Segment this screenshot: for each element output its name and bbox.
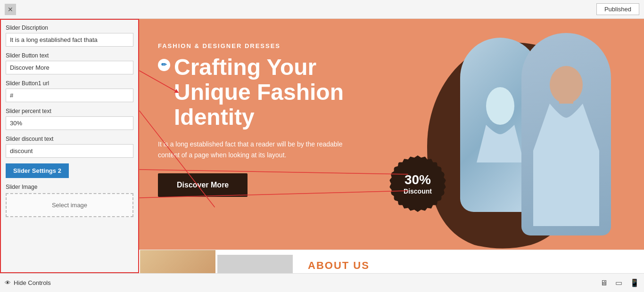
svg-point-0 xyxy=(486,87,514,125)
hero-section: FASHION & DESIGNER DRESSES ✏ Crafting Yo… xyxy=(139,19,644,250)
about-section: ABOUT US xyxy=(294,250,644,273)
discount-text: Discount xyxy=(404,187,432,195)
slider-discount-label: Slider discount text xyxy=(6,136,133,142)
about-title: ABOUT US xyxy=(308,260,630,272)
slider-percent-group: Slider percent text xyxy=(6,108,133,130)
bottom-bar: 👁 Hide Controls 🖥 ▭ 📱 xyxy=(0,273,644,292)
slider-percent-label: Slider percent text xyxy=(6,108,133,114)
eye-icon: 👁 xyxy=(5,279,11,286)
slider-button-url-label: Slider Button1 url xyxy=(6,80,133,87)
published-button[interactable]: Published xyxy=(596,3,639,15)
discover-more-button[interactable]: Discover More xyxy=(158,173,248,197)
woman-svg xyxy=(528,57,604,235)
slider-discount-input[interactable] xyxy=(6,144,133,158)
left-panel: Slider Discription Slider Button text Sl… xyxy=(0,19,139,273)
mobile-icon: 📱 xyxy=(630,279,639,287)
slider-button-text-input[interactable] xyxy=(6,61,133,74)
preview-area: FASHION & DESIGNER DRESSES ✏ Crafting Yo… xyxy=(139,19,644,273)
hero-content: FASHION & DESIGNER DRESSES ✏ Crafting Yo… xyxy=(158,42,394,197)
hide-controls-button[interactable]: 👁 Hide Controls xyxy=(5,279,51,286)
hero-description: It is a long established fact that a rea… xyxy=(158,139,361,160)
hero-title-text: Crafting Your Unique Fashion Identity xyxy=(174,55,394,130)
view-icons-group: 🖥 ▭ 📱 xyxy=(600,278,639,287)
discount-percent: 30% xyxy=(405,172,431,187)
bottom-strip: ABOUT US xyxy=(139,250,644,273)
select-image-box[interactable]: Select image xyxy=(6,193,133,217)
slider-description-label: Slider Discription xyxy=(6,24,133,31)
slider-button-text-label: Slider Button text xyxy=(6,52,133,59)
edit-icon-hero[interactable]: ✏ xyxy=(158,59,170,71)
bottom-thumb-1 xyxy=(140,250,215,273)
main-layout: Slider Discription Slider Button text Sl… xyxy=(0,19,644,273)
slider-button-text-group: Slider Button text xyxy=(6,52,133,74)
hero-subtitle: FASHION & DESIGNER DRESSES xyxy=(158,42,394,49)
woman-image xyxy=(521,33,611,235)
tablet-view-button[interactable]: ▭ xyxy=(615,278,622,287)
dress-svg xyxy=(477,78,524,172)
pencil-icon: ✏ xyxy=(161,61,167,68)
hero-title: ✏ Crafting Your Unique Fashion Identity xyxy=(158,55,394,130)
slider-button-url-input[interactable] xyxy=(6,89,133,102)
tablet-icon: ▭ xyxy=(615,279,622,287)
slider-settings-2-button[interactable]: Slider Settings 2 xyxy=(6,163,69,178)
mobile-view-button[interactable]: 📱 xyxy=(630,278,639,287)
slider-description-group: Slider Discription xyxy=(6,24,133,47)
bottom-thumb-2 xyxy=(217,255,293,273)
close-icon: ✕ xyxy=(8,6,13,13)
slider-description-input[interactable] xyxy=(6,33,133,47)
hero-images-area: 30% Discount xyxy=(399,28,616,240)
hide-controls-label: Hide Controls xyxy=(14,279,51,286)
desktop-view-button[interactable]: 🖥 xyxy=(600,278,608,287)
slider-image-label: Slider Image xyxy=(6,184,133,190)
slider-discount-group: Slider discount text xyxy=(6,136,133,158)
slider-button-url-group: Slider Button1 url xyxy=(6,80,133,102)
top-bar: ✕ Published xyxy=(0,0,644,19)
close-button[interactable]: ✕ xyxy=(5,4,16,15)
slider-percent-input[interactable] xyxy=(6,116,133,130)
desktop-icon: 🖥 xyxy=(600,279,608,287)
